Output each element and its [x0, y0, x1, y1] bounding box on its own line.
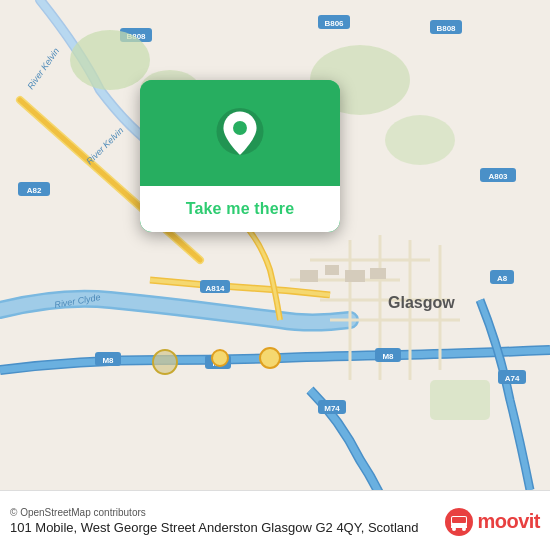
- moovit-bus-icon: [445, 508, 473, 536]
- svg-rect-46: [345, 270, 365, 282]
- svg-text:A803: A803: [488, 172, 508, 181]
- attribution-bar: © OpenStreetMap contributors 101 Mobile,…: [0, 490, 550, 550]
- svg-point-39: [70, 30, 150, 90]
- svg-rect-55: [452, 517, 466, 523]
- svg-text:B806: B806: [324, 19, 344, 28]
- svg-rect-43: [430, 380, 490, 420]
- location-pin-icon: [213, 108, 267, 162]
- map-view: River Clyde River Kelvin River Kelvin A8…: [0, 0, 550, 490]
- moovit-logo: moovit: [445, 508, 540, 536]
- svg-text:A74: A74: [505, 374, 520, 383]
- location-popup: Take me there: [140, 80, 340, 232]
- osm-attribution: © OpenStreetMap contributors: [10, 507, 437, 518]
- moovit-wordmark: moovit: [477, 510, 540, 533]
- popup-icon-area: [140, 80, 340, 186]
- svg-point-49: [212, 350, 228, 366]
- svg-rect-44: [300, 270, 318, 282]
- svg-point-50: [153, 350, 177, 374]
- svg-text:M8: M8: [102, 356, 114, 365]
- attribution-text-block: © OpenStreetMap contributors 101 Mobile,…: [10, 507, 437, 537]
- take-me-there-button[interactable]: Take me there: [140, 186, 340, 232]
- svg-point-48: [260, 348, 280, 368]
- svg-rect-47: [370, 268, 386, 279]
- svg-text:A82: A82: [27, 186, 42, 195]
- svg-point-52: [233, 121, 247, 135]
- svg-text:Glasgow: Glasgow: [388, 294, 455, 311]
- svg-text:A814: A814: [205, 284, 225, 293]
- svg-text:A8: A8: [497, 274, 508, 283]
- svg-rect-58: [451, 526, 467, 528]
- svg-text:M74: M74: [324, 404, 340, 413]
- svg-point-42: [385, 115, 455, 165]
- location-label: 101 Mobile, West George Street Anderston…: [10, 520, 437, 537]
- svg-text:M8: M8: [382, 352, 394, 361]
- svg-rect-45: [325, 265, 339, 275]
- svg-text:B808: B808: [436, 24, 456, 33]
